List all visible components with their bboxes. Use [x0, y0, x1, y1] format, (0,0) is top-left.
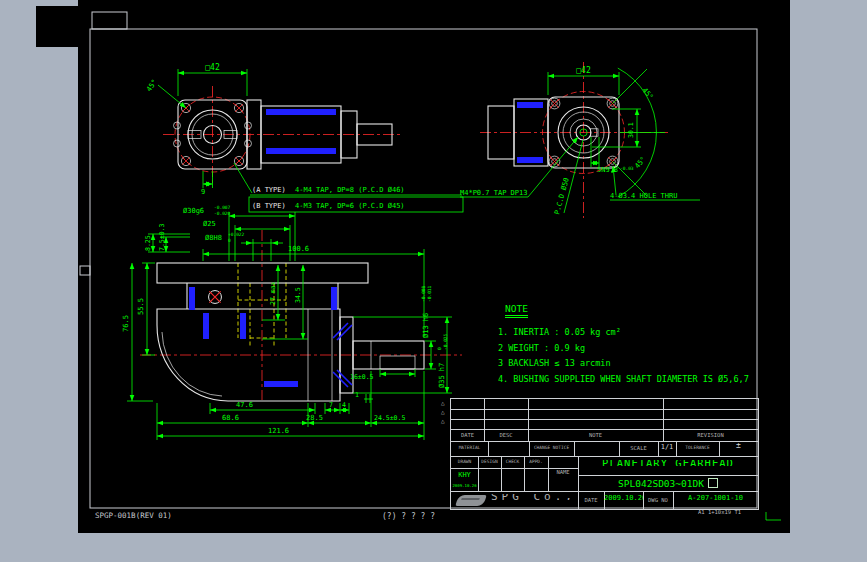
scale-value: 1/1 — [658, 444, 676, 450]
dim-keyway-tol: -0.03 — [620, 166, 634, 171]
design-label: DESIGN — [478, 459, 501, 465]
dim-76-5: 76.5 — [122, 315, 130, 332]
dim-55-5: 55.5 — [137, 298, 145, 315]
dim-7-5: 7.5±0.3 — [158, 224, 166, 251]
bolt-hole-icon — [234, 156, 243, 165]
product-code: SPL042SD03~01DK — [618, 478, 704, 488]
dim-27-max: 27 max — [269, 281, 277, 305]
dim-d30: Ø30g6 — [183, 207, 204, 215]
tolerance-label: TOLERANCE — [676, 445, 719, 451]
dim-keyway: 5N9.8 — [597, 166, 618, 174]
product-title: PLANETARY GEARHEAD — [578, 460, 758, 466]
note-item: 1. INERTIA : 0.05 kg cm² — [498, 325, 738, 341]
dim-30-1: 30.1 — [627, 122, 635, 138]
dim-d8: Ø8H8 — [205, 234, 222, 242]
footer-sheet-text: A1 1+10x19 T1 — [698, 509, 741, 515]
label-center-tap: M4*P0.7 TAP DP13 — [460, 189, 527, 197]
note-title: NOTE — [505, 303, 528, 318]
name-label: NAME — [548, 469, 578, 475]
dim-d35-tol-up: 0 — [437, 347, 442, 350]
tolerance-value: ± — [719, 443, 758, 449]
mount-hole-icon — [549, 98, 560, 109]
dim-angle-top: 45° — [640, 86, 654, 101]
label-a-type: (A TYPE) — [252, 186, 286, 194]
dim-d35: Ø35 h7 — [438, 363, 446, 388]
front-view: □42 45° 9 (A TYPE) 4-M4 TAP, DP=8 (P.C.D… — [145, 63, 463, 212]
dim-4: 4 — [342, 401, 346, 409]
section-view: Ø30g6 -0.007 -0.020 Ø25 Ø8H8 +0.022 0 8.… — [122, 205, 462, 440]
dim-angle-45: 45° — [145, 78, 159, 93]
cad-layout-view: { "footer": { "doc_code": "SPGP-001B(REV… — [0, 0, 867, 562]
note-item: 2 WEIGHT : 0.9 kg — [498, 341, 738, 357]
dim-angle-bottom: 45° — [633, 155, 647, 170]
dim-47-6: 47.6 — [236, 401, 253, 409]
dim-9: 9 — [201, 188, 205, 196]
bolt-hole-icon — [234, 103, 243, 112]
code-suffix-box — [708, 478, 718, 488]
dim-1: 1 — [355, 391, 359, 399]
label-thru-holes: 4-Ø3.4 HOLE THRU — [610, 192, 677, 200]
dim-d30-tol-up: -0.007 — [214, 205, 231, 210]
dim-28-5: 28.5 — [306, 414, 323, 422]
dim-16: 16±0.5 — [350, 373, 374, 381]
revision-triangle-icon: △ — [441, 400, 445, 406]
footer-doc-code: SPGP-001B(REV 01) — [95, 511, 172, 520]
dim-8-25: 8.25 — [144, 235, 152, 251]
dim-d13: Ø13 h6 — [422, 313, 430, 338]
dim-d25: Ø25 — [203, 220, 216, 228]
footer-center-text: (?) ? ? ? ? — [382, 512, 435, 521]
dim-d13-tol-dn: -0.011 — [427, 285, 432, 302]
dim-d8-tol-up: +0.022 — [228, 232, 245, 237]
scale-label: SCALE — [619, 445, 658, 451]
material-label: MATERIAL — [451, 445, 488, 451]
corner-mark — [766, 512, 781, 520]
check-label: CHECK — [501, 459, 524, 465]
dwg-no-label: DWG NO — [643, 497, 673, 503]
revision-triangle-icon: △ — [441, 418, 445, 424]
drawn-by-value: KHY — [451, 472, 478, 478]
rev-header-date: DATE — [451, 432, 484, 438]
drawn-label: DRAWN — [451, 459, 478, 465]
rev-header-note: NOTE — [528, 432, 663, 438]
dim-square-42-rear: □42 — [576, 66, 591, 75]
appd-label: APPD. — [524, 459, 548, 465]
rev-header-desc: DESC — [484, 432, 528, 438]
dim-7: 7 — [329, 401, 333, 409]
label-a-spec: 4-M4 TAP, DP=8 (P.C.D Ø46) — [295, 186, 405, 194]
date-label: DATE — [578, 497, 604, 503]
dim-34-5: 34.5 — [294, 287, 302, 303]
rear-view: □42 45° 45° 30.1 5N9.8 -0.03 M4*P0.7 TAP… — [460, 62, 700, 218]
dim-d13-tol-up: -0.008 — [421, 285, 426, 302]
dim-d35-tol-dn: -0.025 — [443, 333, 448, 350]
company-name: SPG Co., — [489, 494, 578, 500]
dim-100-6: 100.6 — [288, 245, 309, 253]
bolt-hole-icon — [181, 156, 190, 165]
dim-d30-tol-dn: -0.020 — [214, 211, 231, 216]
dwg-no-value: A-207-1001-10 — [673, 495, 758, 501]
date-value: 2009.10.26 — [604, 495, 643, 501]
dim-24-5: 24.5±0.5 — [374, 414, 405, 422]
title-block: DATE DESC NOTE REVISION MATERIAL CHANGE … — [450, 398, 759, 510]
screw-icon — [209, 291, 222, 304]
rev-header-revision: REVISION — [663, 432, 758, 438]
dim-d8-tol-dn: 0 — [228, 238, 231, 243]
dim-square-42: □42 — [205, 63, 220, 72]
note-item: 4. BUSHING SUPPLIED WHEN SHAFT DIAMETER … — [498, 372, 738, 388]
note-block: NOTE 1. INERTIA : 0.05 kg cm² 2 WEIGHT :… — [498, 303, 738, 387]
revision-triangle-icon: △ — [441, 409, 445, 415]
dim-121-6: 121.6 — [268, 427, 289, 435]
label-b-type: (B TYPE) — [252, 202, 286, 210]
dim-68-6: 68.6 — [222, 414, 239, 422]
label-b-spec: 4-M3 TAP, DP=6 (P.C.D Ø45) — [295, 202, 405, 210]
drawn-date-value: 2009.10.26 — [451, 483, 478, 489]
change-notice-label: CHANGE NOTICE — [529, 445, 574, 451]
note-item: 3 BACKLASH ≤ 13 arcmin — [498, 356, 738, 372]
spg-logo — [455, 495, 487, 506]
